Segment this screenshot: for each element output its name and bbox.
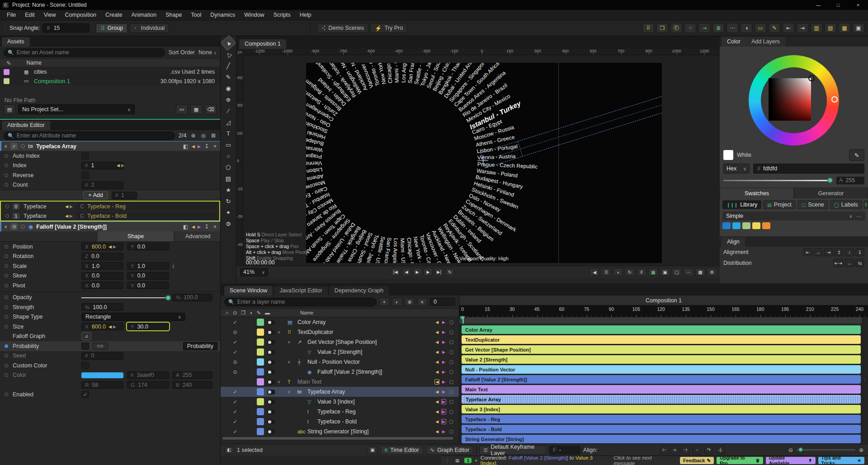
pivot-y-field[interactable]: Y0.0 — [127, 282, 169, 289]
layer-row[interactable]: ✓tTypeface - Reg◀▶ — [221, 407, 459, 417]
expand-chevron-icon[interactable]: ∨ — [278, 330, 281, 334]
layer-row[interactable]: ✓▤Color Array◀▶ — [221, 317, 459, 327]
pivot-x-field[interactable]: X0.0 — [81, 282, 123, 289]
marker-icon[interactable]: -|- — [716, 446, 725, 454]
prev-key-icon[interactable]: ◀ — [434, 349, 439, 355]
refresh-icon[interactable]: ↻ — [625, 268, 635, 276]
distribute-center-icon[interactable]: ↔ — [845, 259, 854, 267]
cut-tool[interactable]: ╱ — [222, 60, 234, 71]
add-count-field[interactable]: #1 — [112, 192, 137, 199]
tab-swatches[interactable]: Swatches — [720, 188, 793, 198]
layer-toggle[interactable] — [267, 409, 275, 414]
key-left-icon[interactable]: ◀ — [192, 225, 195, 229]
layer-color-swatch[interactable] — [257, 329, 264, 336]
connector-circle[interactable] — [5, 325, 8, 329]
close-node-icon[interactable]: × — [212, 224, 217, 230]
eyedropper-button[interactable]: ✎ — [849, 149, 864, 161]
vertical-ruler[interactable]: 6004503001500-150-300-450 — [236, 55, 243, 266]
scatter-icon[interactable]: ⁘ — [684, 23, 696, 33]
sort-order-select[interactable]: None ∨ — [198, 49, 217, 56]
scale-x-field[interactable]: X1.0 — [81, 262, 123, 270]
timeline-bar[interactable]: Null - Position Vector — [462, 365, 861, 374]
solo-filter-icon[interactable]: ◐ — [392, 298, 402, 306]
grid-icon[interactable]: ▦ — [839, 23, 850, 33]
timeline-bar[interactable]: TextDuplicator — [462, 335, 861, 344]
color-alpha-field[interactable]: A255 — [172, 371, 212, 379]
enabled-checkbox[interactable]: ✓ — [81, 391, 89, 398]
menu-scripts[interactable]: Scripts — [269, 11, 295, 19]
tab-scene-window[interactable]: Scene Window — [224, 286, 273, 296]
node-header-typeface-array[interactable]: ∨ ✓ t≡ Typeface Array ◧ ◀ ▶ ↧ × — [0, 141, 220, 151]
alpha-value-field[interactable]: A255 — [836, 177, 864, 184]
next-key-icon[interactable]: ▶ — [441, 419, 446, 424]
key-align-left-icon[interactable]: ⊢ — [660, 446, 669, 454]
layer-connector-circle[interactable] — [449, 360, 453, 364]
timeline-bar[interactable]: Value 3 [Index] — [462, 405, 861, 413]
component-grid-icon[interactable]: ⠿ — [642, 23, 654, 33]
card-icon[interactable]: ▭ — [755, 23, 766, 33]
layer-row[interactable]: ⊙∨┼Null - Position Vector◀▶ — [221, 357, 459, 367]
connector-circle[interactable] — [5, 245, 8, 249]
rotation-z-field[interactable]: Z0.0 — [81, 253, 123, 260]
timeline-composition-tab[interactable]: Composition 1 — [459, 296, 868, 305]
more-dots-icon[interactable]: ⋯ — [726, 23, 738, 33]
render-settings-icon[interactable]: ⚙ — [707, 268, 717, 276]
prev-key-icon[interactable]: ◀ — [65, 214, 68, 218]
play-button[interactable]: ▶ — [413, 268, 422, 276]
timeline-work-area[interactable] — [459, 317, 862, 324]
next-key-icon[interactable]: ▶ — [121, 163, 124, 168]
status-button-upgrade-to-pro[interactable]: Upgrade to Pro♛ — [717, 457, 763, 464]
status-hint[interactable]: Click to see next message — [613, 455, 674, 465]
connector-circle-active[interactable] — [5, 344, 8, 348]
ease-curve-icon[interactable]: ↷ — [704, 446, 713, 454]
menu-file[interactable]: File — [3, 11, 20, 19]
group-button[interactable]: ⠿ Group — [96, 23, 127, 33]
minimize-button[interactable]: — — [808, 0, 828, 10]
pen-tool[interactable]: ✎ — [222, 71, 234, 82]
next-key-icon[interactable]: ▶ — [441, 409, 446, 414]
prev-key-icon[interactable]: ◀ — [434, 319, 439, 325]
connector-circle[interactable] — [5, 254, 8, 258]
layer-enabled-check-icon[interactable]: ✓ — [231, 319, 239, 325]
collapse-icon[interactable]: ∨ — [4, 144, 7, 149]
asset-row[interactable]: ▦cities.csv Used 2 times — [0, 67, 220, 76]
connector-circle[interactable] — [5, 174, 8, 177]
probability-checkbox[interactable] — [81, 343, 89, 350]
asset-color-swatch[interactable] — [4, 78, 9, 84]
layer-toggle[interactable] — [267, 360, 275, 365]
color-swatch-4[interactable] — [762, 222, 770, 229]
rows-icon[interactable]: ▤ — [825, 23, 836, 33]
node-header-falloff[interactable]: ∨ ⊙ ◉ Falloff [Value 2 [Strength]] ◧ ◀ ▶… — [0, 221, 220, 231]
layer-connector-circle[interactable] — [449, 320, 453, 324]
connector-circle[interactable] — [5, 364, 8, 367]
next-key-icon[interactable]: ▶ — [113, 324, 116, 329]
layer-toggle[interactable] — [267, 429, 275, 434]
snap-angle-input[interactable]: #15 — [42, 23, 90, 33]
prev-key-icon[interactable]: ◀ — [108, 324, 112, 329]
swatch-source-scene[interactable]: ▢Scene — [797, 200, 828, 209]
swatch-set-dropdown[interactable]: Simple∨ ⋯ — [722, 211, 865, 221]
timeline-bar[interactable]: Typeface Array — [462, 395, 861, 404]
layer-row[interactable]: ✓∨↗Get Vector [Shape Position]◀▶ — [221, 337, 459, 347]
status-button-update-available[interactable]: Update Available↟ — [766, 457, 816, 464]
onion-back-icon[interactable]: ◀ — [590, 268, 599, 276]
prev-key-icon[interactable]: ◀ — [434, 389, 439, 395]
connector-circle[interactable] — [5, 154, 8, 158]
layer-color-swatch[interactable] — [257, 398, 264, 405]
layer-enabled-check-icon[interactable]: ✓ — [231, 349, 239, 355]
prev-frame-button[interactable]: ◀ — [402, 268, 411, 276]
swatch-set-menu-icon[interactable]: ⋯ — [856, 213, 862, 220]
color-mode-select[interactable]: Hex∨ — [723, 164, 750, 174]
tab-dependency-graph[interactable]: Dependency Graph — [329, 286, 389, 296]
shape-type-dropdown[interactable]: Rectangle∨ — [81, 313, 185, 321]
bounds-icon[interactable]: ▢ — [672, 268, 682, 276]
ruler-tool[interactable]: ∕ — [222, 105, 234, 116]
typeface-value-field[interactable]: CTypeface - Bold — [77, 212, 217, 220]
sv-selector[interactable] — [808, 75, 815, 81]
rectangle-tool[interactable]: ▭ — [222, 139, 234, 150]
color-swatch-1[interactable] — [732, 222, 741, 229]
clear-icon[interactable]: ⊠ — [210, 132, 217, 139]
next-key-icon[interactable]: ▶ — [70, 214, 73, 218]
typeface-entry[interactable]: 0Typeface◀▶CTypeface - Reg — [1, 202, 219, 211]
skew-y-field[interactable]: Y0.0 — [127, 272, 169, 280]
